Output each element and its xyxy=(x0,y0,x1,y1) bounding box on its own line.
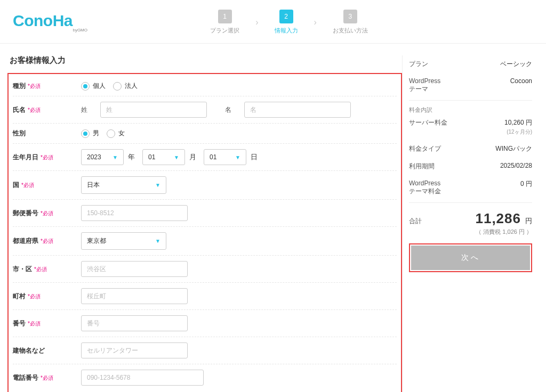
step-1-number: 1 xyxy=(218,10,232,23)
server-fee-sub: (12ヶ月分) xyxy=(504,128,532,136)
required-mark: *必須 xyxy=(21,182,34,189)
required-mark: *必須 xyxy=(28,83,41,90)
next-button[interactable]: 次へ xyxy=(411,246,530,270)
total-amount: 11,286 xyxy=(475,210,521,227)
step-2-number: 2 xyxy=(279,10,293,23)
row-building: 建物名など xyxy=(13,337,397,364)
logo-text: ConoHa xyxy=(13,12,87,30)
required-mark: *必須 xyxy=(28,320,41,328)
chevron-down-icon: ▼ xyxy=(174,154,179,160)
period-value: 2025/02/28 xyxy=(500,162,532,169)
required-mark: *必須 xyxy=(41,238,53,245)
city-label: 市・区 xyxy=(13,265,32,274)
number-input[interactable] xyxy=(81,315,188,331)
step-3: 3 お支払い方法 xyxy=(333,10,368,35)
required-mark: *必須 xyxy=(28,107,41,114)
row-city: 市・区*必須 xyxy=(13,256,397,283)
feetype-key: 料金タイプ xyxy=(409,144,441,153)
number-label: 番号 xyxy=(13,319,26,328)
firstname-input[interactable] xyxy=(244,102,351,118)
firstname-sublabel: 名 xyxy=(225,105,237,115)
day-unit: 日 xyxy=(251,152,258,162)
dob-day-select[interactable]: 01▼ xyxy=(204,149,246,165)
required-mark: *必須 xyxy=(34,266,47,273)
chevron-down-icon: ▼ xyxy=(235,154,240,160)
plan-value: ベーシック xyxy=(500,60,532,69)
dob-year-select[interactable]: 2023▼ xyxy=(81,149,124,165)
radio-icon xyxy=(81,129,90,138)
server-fee-key: サーバー料金 xyxy=(409,118,447,127)
tel-input[interactable] xyxy=(81,370,204,386)
row-gender: 性別 男 女 xyxy=(13,124,397,144)
type-corporate-radio[interactable]: 法人 xyxy=(113,81,138,91)
theme-value: Cocoon xyxy=(510,77,532,85)
required-mark: *必須 xyxy=(28,293,41,300)
feetype-value: WINGパック xyxy=(495,144,532,153)
chevron-right-icon: › xyxy=(255,18,258,27)
town-input[interactable] xyxy=(81,288,188,304)
year-unit: 年 xyxy=(128,152,135,162)
gender-female-radio[interactable]: 女 xyxy=(107,129,125,138)
row-tel: 電話番号*必須 xyxy=(13,364,397,391)
type-label: 種別 xyxy=(13,81,26,91)
radio-icon xyxy=(107,129,115,138)
building-label: 建物名など xyxy=(13,346,45,355)
summary-panel: プランベーシック WordPress テーマCocoon 料金内訳 サーバー料金… xyxy=(402,55,539,392)
page-title: お客様情報入力 xyxy=(10,55,402,66)
required-mark: *必須 xyxy=(41,374,53,382)
step-2: 2 情報入力 xyxy=(275,10,298,35)
step-2-label: 情報入力 xyxy=(275,27,298,35)
progress-steps: 1 プラン選択 › 2 情報入力 › 3 お支払い方法 xyxy=(87,10,491,35)
tax-note: （ 消費税 1,026 円 ） xyxy=(409,228,532,236)
pref-select[interactable]: 東京都▼ xyxy=(81,232,166,250)
row-town: 町村*必須 xyxy=(13,283,397,310)
country-label: 国 xyxy=(13,181,19,190)
month-unit: 月 xyxy=(189,152,196,162)
customer-form: 種別*必須 個人 法人 氏名*必須 姓 名 性別 男 xyxy=(7,73,402,392)
gender-label: 性別 xyxy=(13,129,26,138)
city-input[interactable] xyxy=(81,261,188,277)
total-label: 合計 xyxy=(409,217,422,226)
server-fee-value: 10,260 円 xyxy=(504,119,532,126)
row-postal: 郵便番号*必須 xyxy=(13,200,397,227)
lastname-input[interactable] xyxy=(100,102,207,118)
step-3-number: 3 xyxy=(343,10,357,23)
row-number: 番号*必須 xyxy=(13,310,397,337)
total-yen: 円 xyxy=(525,216,532,226)
row-dob: 生年月日*必須 2023▼ 年 01▼ 月 01▼ 日 xyxy=(13,144,397,171)
country-select[interactable]: 日本▼ xyxy=(81,176,166,194)
chevron-down-icon: ▼ xyxy=(113,154,118,160)
building-input[interactable] xyxy=(81,342,188,358)
row-name: 氏名*必須 姓 名 xyxy=(13,96,397,124)
row-country: 国*必須 日本▼ xyxy=(13,171,397,200)
themefee-value: 0 円 xyxy=(520,179,532,189)
required-mark: *必須 xyxy=(41,154,53,161)
type-individual-radio[interactable]: 個人 xyxy=(81,81,106,91)
dob-label: 生年月日 xyxy=(13,153,38,162)
step-1: 1 プラン選択 xyxy=(210,10,239,35)
required-mark: *必須 xyxy=(41,210,53,217)
theme-key: WordPress テーマ xyxy=(409,77,440,94)
pref-label: 都道府県 xyxy=(13,236,38,246)
dob-month-select[interactable]: 01▼ xyxy=(142,149,185,165)
lastname-sublabel: 姓 xyxy=(81,105,93,115)
plan-key: プラン xyxy=(409,60,428,69)
logo: ConoHa byGMO xyxy=(13,12,87,32)
step-3-label: お支払い方法 xyxy=(333,27,368,35)
chevron-right-icon: › xyxy=(314,18,317,27)
name-label: 氏名 xyxy=(13,105,26,115)
chevron-down-icon: ▼ xyxy=(155,182,160,188)
chevron-down-icon: ▼ xyxy=(155,238,160,244)
postal-label: 郵便番号 xyxy=(13,209,38,218)
postal-input[interactable] xyxy=(81,205,188,221)
tel-label: 電話番号 xyxy=(13,373,38,382)
gender-male-radio[interactable]: 男 xyxy=(81,129,99,138)
row-pref: 都道府県*必須 東京都▼ xyxy=(13,227,397,256)
breakdown-label: 料金内訳 xyxy=(409,103,532,114)
next-button-frame: 次へ xyxy=(409,243,532,272)
radio-icon xyxy=(113,82,122,91)
themefee-key: WordPress テーマ料金 xyxy=(409,179,441,196)
town-label: 町村 xyxy=(13,292,26,301)
period-key: 利用期間 xyxy=(409,162,435,171)
radio-icon xyxy=(81,82,90,91)
